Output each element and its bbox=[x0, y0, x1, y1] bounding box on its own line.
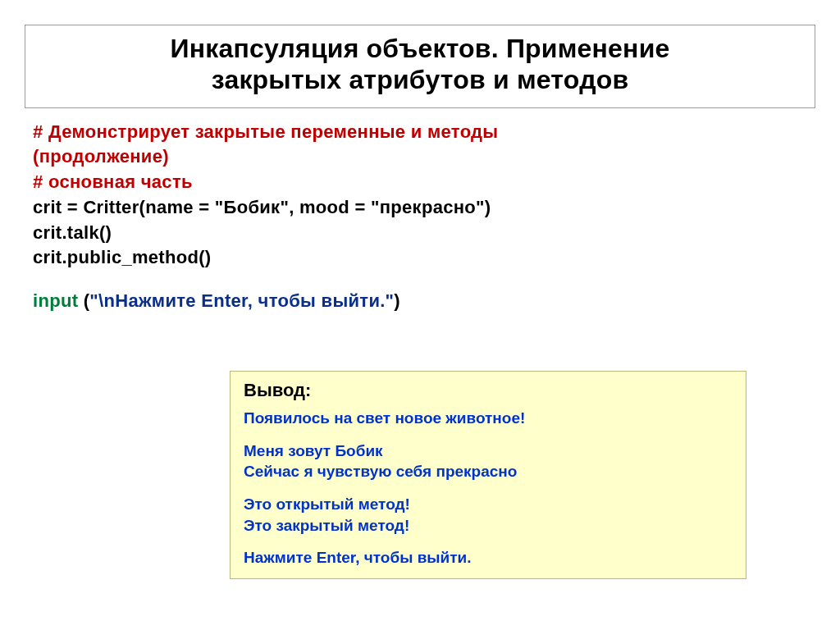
output-line-4: Это открытый метод! bbox=[244, 494, 733, 515]
code-crit-end: ) bbox=[485, 197, 491, 217]
code-line-public: crit.public_method() bbox=[33, 245, 815, 271]
code-input-keyword: input bbox=[33, 290, 84, 311]
output-line-3: Сейчас я чувствую себя прекрасно bbox=[244, 461, 733, 482]
output-line-2: Меня зовут Бобик bbox=[244, 441, 733, 462]
code-blank-line bbox=[33, 271, 815, 289]
output-line-5: Это закрытый метод! bbox=[244, 515, 733, 536]
output-title: Вывод: bbox=[244, 380, 733, 401]
code-input-close: ) bbox=[394, 290, 400, 311]
code-str-mood: "прекрасно" bbox=[371, 197, 485, 217]
code-comment-3: # основная часть bbox=[33, 170, 815, 195]
output-line-1: Появилось на свет новое животное! bbox=[244, 408, 733, 429]
slide: Инкапсуляция объектов. Применение закрыт… bbox=[0, 0, 840, 630]
title-line-2: закрытых атрибутов и методов bbox=[212, 65, 629, 94]
output-box: Вывод: Появилось на свет новое животное!… bbox=[230, 371, 746, 579]
code-line-talk: crit.talk() bbox=[33, 221, 815, 246]
code-crit-mid: , mood = bbox=[289, 197, 371, 217]
code-line-critter: crit = Critter(name = "Бобик", mood = "п… bbox=[33, 195, 815, 221]
output-gap-1 bbox=[244, 429, 733, 441]
slide-title: Инкапсуляция объектов. Применение закрыт… bbox=[39, 34, 801, 96]
output-line-6: Нажмите Enter, чтобы выйти. bbox=[244, 547, 733, 568]
output-gap-3 bbox=[244, 536, 733, 547]
code-crit-pre: crit = Critter(name = bbox=[33, 197, 215, 217]
code-comment-1: # Демонстрирует закрытые переменные и ме… bbox=[33, 120, 815, 145]
code-line-input: input ("\nНажмите Enter, чтобы выйти.") bbox=[33, 289, 815, 314]
code-block: # Демонстрирует закрытые переменные и ме… bbox=[25, 120, 815, 315]
code-str-bobik: "Бобик" bbox=[215, 197, 289, 217]
output-gap-2 bbox=[244, 482, 733, 494]
title-line-1: Инкапсуляция объектов. Применение bbox=[170, 34, 669, 63]
code-input-string: "\nНажмите Enter, чтобы выйти." bbox=[89, 290, 394, 311]
title-box: Инкапсуляция объектов. Применение закрыт… bbox=[25, 25, 815, 108]
code-comment-2: (продолжение) bbox=[33, 144, 815, 170]
